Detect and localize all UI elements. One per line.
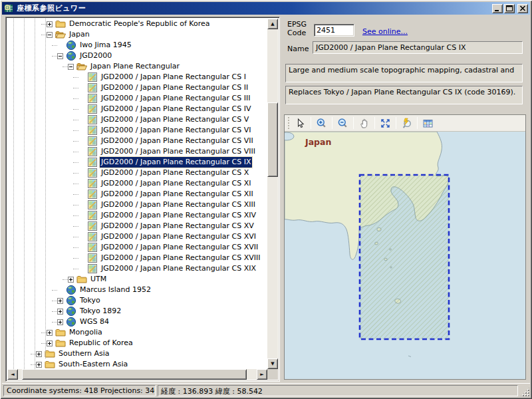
tree-item[interactable]: JGD2000 / Japan Plane Rectangular CS XI: [7, 178, 267, 189]
tree-item-label[interactable]: JGD2000 / Japan Plane Rectangular CS XIV: [100, 210, 257, 221]
expand-toggle[interactable]: [36, 351, 42, 357]
tree-item-label[interactable]: UTM: [89, 274, 108, 285]
tree-item[interactable]: JGD2000 / Japan Plane Rectangular CS V: [7, 114, 267, 125]
tree-item-label[interactable]: Iwo Jima 1945: [78, 40, 133, 51]
expand-toggle[interactable]: [47, 21, 53, 27]
expand-toggle[interactable]: [47, 32, 53, 38]
tree-item[interactable]: JGD2000 / Japan Plane Rectangular CS III: [7, 93, 267, 104]
tree-item-label[interactable]: JGD2000 / Japan Plane Rectangular CS VII…: [100, 146, 257, 157]
expand-toggle[interactable]: [68, 64, 74, 70]
zoom-in-tool-button[interactable]: [313, 116, 330, 130]
tree-item[interactable]: JGD2000 / Japan Plane Rectangular CS I: [7, 72, 267, 82]
scroll-up-button[interactable]: ▲: [267, 19, 278, 29]
tree-item[interactable]: JGD2000 / Japan Plane Rectangular CS XVI…: [7, 253, 267, 263]
tree-item[interactable]: South-Eastern Asia: [7, 359, 267, 369]
tree-item-label[interactable]: JGD2000: [78, 51, 113, 61]
hscroll-thumb[interactable]: [22, 369, 247, 380]
tree-item-label[interactable]: JGD2000 / Japan Plane Rectangular CS II: [100, 82, 249, 93]
tree-item[interactable]: JGD2000: [7, 51, 267, 61]
tree-item[interactable]: Southern Asia: [7, 348, 267, 359]
tree-item[interactable]: Democratic People's Republic of Korea: [7, 19, 267, 29]
scroll-right-button[interactable]: ►: [257, 369, 267, 380]
tree-item-label[interactable]: JGD2000 / Japan Plane Rectangular CS XV: [100, 221, 255, 231]
tree-item[interactable]: JGD2000 / Japan Plane Rectangular CS XIV: [7, 210, 267, 221]
crs-tree[interactable]: Democratic People's Republic of KoreaJap…: [7, 19, 267, 369]
tree-item[interactable]: Tokyo 1892: [7, 306, 267, 317]
tree-item[interactable]: Tokyo: [7, 295, 267, 306]
tree-item[interactable]: JGD2000 / Japan Plane Rectangular CS II: [7, 82, 267, 93]
tree-item-label[interactable]: JGD2000 / Japan Plane Rectangular CS VII: [100, 136, 255, 146]
tree-item[interactable]: JGD2000 / Japan Plane Rectangular CS XVI: [7, 231, 267, 242]
tree-item-label[interactable]: Republic of Korea: [68, 338, 134, 348]
tree-item[interactable]: Republic of Korea: [7, 338, 267, 348]
tree-item-label[interactable]: Japan Plane Rectangular: [89, 61, 181, 72]
tree-item-label[interactable]: Japan: [68, 29, 91, 40]
tree-item-label[interactable]: WGS 84: [78, 317, 110, 327]
tree-item[interactable]: JGD2000 / Japan Plane Rectangular CS XIX: [7, 263, 267, 274]
toolbar-grip[interactable]: [287, 117, 291, 129]
tree-item[interactable]: JGD2000 / Japan Plane Rectangular CS VI: [7, 125, 267, 136]
expand-toggle[interactable]: [57, 53, 63, 59]
scroll-left-button[interactable]: ◄: [7, 369, 18, 380]
grid-tool-button[interactable]: [420, 116, 436, 130]
tree-item-label[interactable]: JGD2000 / Japan Plane Rectangular CS IX: [100, 157, 252, 168]
tree-item[interactable]: JGD2000 / Japan Plane Rectangular CS VII: [7, 136, 267, 146]
tree-item-label[interactable]: JGD2000 / Japan Plane Rectangular CS XII: [100, 189, 255, 200]
tree-vertical-scrollbar[interactable]: ▲ ▼: [267, 19, 278, 369]
tree-item[interactable]: JGD2000 / Japan Plane Rectangular CS VII…: [7, 146, 267, 157]
tree-item-label[interactable]: Democratic People's Republic of Korea: [68, 19, 211, 29]
expand-toggle[interactable]: [57, 298, 63, 304]
tree-item-label[interactable]: South-Eastern Asia: [57, 359, 129, 369]
tree-item-label[interactable]: JGD2000 / Japan Plane Rectangular CS XVI…: [100, 253, 262, 263]
tree-item-label[interactable]: JGD2000 / Japan Plane Rectangular CS VI: [100, 125, 252, 136]
tree-item-label[interactable]: JGD2000 / Japan Plane Rectangular CS XVI…: [100, 242, 259, 253]
close-button[interactable]: [517, 4, 528, 13]
vscroll-thumb[interactable]: [267, 102, 278, 177]
tree-item-label[interactable]: Southern Asia: [57, 348, 111, 359]
tree-item[interactable]: Mongolia: [7, 327, 267, 338]
expand-toggle[interactable]: [47, 330, 53, 336]
tree-item-label[interactable]: Tokyo: [78, 295, 102, 306]
select-tool-button[interactable]: [292, 116, 309, 130]
expand-toggle[interactable]: [36, 362, 42, 368]
tree-horizontal-scrollbar[interactable]: ◄ ►: [7, 369, 267, 380]
tree-item[interactable]: JGD2000 / Japan Plane Rectangular CS X: [7, 168, 267, 178]
pan-tool-button[interactable]: [356, 116, 372, 130]
expand-toggle[interactable]: [68, 277, 74, 283]
tree-item-label[interactable]: Marcus Island 1952: [78, 285, 152, 295]
maximize-button[interactable]: [504, 4, 515, 13]
minimize-button[interactable]: [492, 4, 503, 13]
tree-item-label[interactable]: JGD2000 / Japan Plane Rectangular CS XIX: [100, 263, 257, 274]
zoom-extent-tool-button[interactable]: [377, 116, 394, 130]
tree-item-label[interactable]: JGD2000 / Japan Plane Rectangular CS X: [100, 168, 250, 178]
resize-grip[interactable]: [521, 388, 529, 396]
tree-item-label[interactable]: JGD2000 / Japan Plane Rectangular CS III: [100, 93, 251, 104]
zoom-selection-tool-button[interactable]: [398, 116, 415, 130]
tree-item[interactable]: JGD2000 / Japan Plane Rectangular CS IX: [7, 157, 267, 168]
epsg-code-input[interactable]: [314, 24, 354, 37]
tree-item-label[interactable]: JGD2000 / Japan Plane Rectangular CS I: [100, 72, 247, 82]
tree-item[interactable]: Marcus Island 1952: [7, 285, 267, 295]
expand-toggle[interactable]: [57, 319, 63, 325]
scroll-down-button[interactable]: ▼: [267, 358, 278, 369]
tree-item[interactable]: JGD2000 / Japan Plane Rectangular CS XII…: [7, 200, 267, 210]
tree-item[interactable]: JGD2000 / Japan Plane Rectangular CS XVI…: [7, 242, 267, 253]
tree-item[interactable]: JGD2000 / Japan Plane Rectangular CS XII: [7, 189, 267, 200]
tree-item[interactable]: WGS 84: [7, 317, 267, 327]
expand-toggle[interactable]: [57, 309, 63, 315]
map-canvas[interactable]: Japan: [285, 132, 525, 379]
tree-item[interactable]: JGD2000 / Japan Plane Rectangular CS XV: [7, 221, 267, 231]
tree-item-label[interactable]: Mongolia: [68, 327, 104, 338]
tree-item-label[interactable]: JGD2000 / Japan Plane Rectangular CS XVI: [100, 231, 257, 242]
tree-item-label[interactable]: JGD2000 / Japan Plane Rectangular CS XI: [100, 178, 252, 189]
tree-item-label[interactable]: JGD2000 / Japan Plane Rectangular CS IV: [100, 104, 252, 114]
tree-item-label[interactable]: JGD2000 / Japan Plane Rectangular CS V: [100, 114, 250, 125]
tree-item-label[interactable]: Tokyo 1892: [78, 306, 122, 317]
expand-toggle[interactable]: [47, 340, 53, 346]
tree-item[interactable]: Japan Plane Rectangular: [7, 61, 267, 72]
tree-item[interactable]: Japan: [7, 29, 267, 40]
tree-item-label[interactable]: JGD2000 / Japan Plane Rectangular CS XII…: [100, 200, 257, 210]
tree-item[interactable]: UTM: [7, 274, 267, 285]
tree-item[interactable]: Iwo Jima 1945: [7, 40, 267, 51]
see-online-link[interactable]: See online...: [362, 27, 408, 36]
